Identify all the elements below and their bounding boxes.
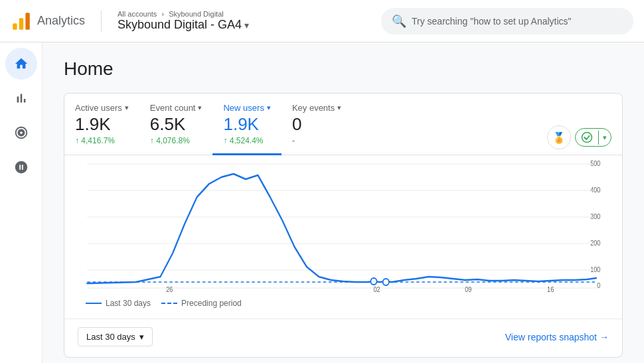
event-count-change: ↑ 4,076.8%: [150, 136, 190, 145]
svg-text:16: 16: [547, 286, 554, 293]
main-layout: Home Active users ▾ 1.9K ↑ 4,416.7%: [0, 42, 644, 363]
sidebar-item-home[interactable]: [5, 48, 37, 80]
svg-rect-1: [19, 18, 23, 30]
svg-rect-0: [13, 23, 17, 30]
check-dropdown-chevron-icon[interactable]: ▾: [598, 131, 611, 145]
logo-area: Analytics: [11, 11, 85, 32]
svg-text:100: 100: [590, 266, 600, 273]
page-title: Home: [64, 58, 623, 80]
account-area: All accounts › Skybound Digital Skybound…: [118, 10, 249, 32]
active-users-chevron-icon: ▾: [125, 104, 129, 112]
legend-last-30-days: Last 30 days: [86, 299, 151, 308]
search-icon: 🔍: [392, 14, 406, 29]
date-range-selector[interactable]: Last 30 days ▾: [78, 327, 153, 346]
check-icon: [576, 129, 598, 146]
svg-point-16: [370, 278, 376, 285]
new-users-value: 1.9K: [223, 114, 259, 135]
svg-text:02: 02: [373, 286, 380, 293]
new-users-chevron-icon: ▾: [267, 104, 271, 112]
tab-new-users[interactable]: New users ▾ 1.9K ↑ 4,524.4%: [212, 94, 281, 155]
legend-solid-line: [86, 303, 102, 304]
account-selector[interactable]: Skybound Digital - GA4 ▾: [118, 18, 249, 32]
svg-point-17: [383, 279, 389, 285]
account-chevron-icon: ▾: [244, 20, 249, 31]
advertising-icon: [14, 160, 29, 175]
search-placeholder: Try searching "how to set up Analytics": [412, 16, 572, 27]
key-events-value: 0: [292, 114, 301, 135]
svg-rect-2: [25, 13, 29, 30]
logo-text: Analytics: [37, 14, 85, 28]
bottom-row: Last 30 days ▾ View reports snapshot →: [64, 319, 622, 357]
checkmark-icon: [581, 131, 593, 143]
svg-text:200: 200: [590, 240, 600, 247]
legend-preceding-period: Preceding period: [161, 299, 242, 308]
active-users-change: ↑ 4,416.7%: [75, 136, 115, 145]
medal-button[interactable]: 🏅: [547, 125, 571, 149]
date-range-chevron-icon: ▾: [139, 332, 144, 342]
svg-point-3: [582, 133, 592, 143]
key-events-chevron-icon: ▾: [337, 104, 341, 112]
svg-text:300: 300: [590, 213, 600, 220]
chart-wrapper: 500 400 300 200 100 0: [75, 161, 611, 293]
content-area: Home Active users ▾ 1.9K ↑ 4,416.7%: [42, 42, 644, 363]
key-events-change: -: [292, 136, 295, 145]
view-reports-button[interactable]: View reports snapshot →: [505, 332, 609, 342]
top-header: Analytics All accounts › Skybound Digita…: [0, 0, 644, 42]
new-users-change: ↑ 4,524.4%: [223, 136, 263, 145]
analytics-logo-icon: [11, 11, 32, 32]
tab-key-events[interactable]: Key events ▾ 0 -: [282, 94, 352, 155]
svg-text:26: 26: [166, 286, 173, 293]
legend-dashed-line: [161, 303, 177, 304]
header-divider: [101, 11, 102, 32]
tab-actions: 🏅 ▾: [536, 125, 622, 155]
explore-icon: [14, 125, 29, 140]
line-chart: 500 400 300 200 100 0: [75, 161, 611, 293]
sidebar: [0, 42, 42, 363]
chart-legend: Last 30 days Preceding period: [75, 299, 611, 308]
search-bar[interactable]: 🔍 Try searching "how to set up Analytics…: [381, 8, 633, 35]
event-count-value: 6.5K: [150, 114, 186, 135]
home-icon: [14, 56, 29, 71]
main-card: Active users ▾ 1.9K ↑ 4,416.7% Event cou…: [64, 93, 623, 358]
check-button-group[interactable]: ▾: [575, 128, 611, 147]
tab-event-count[interactable]: Event count ▾ 6.5K ↑ 4,076.8%: [139, 94, 213, 155]
breadcrumb: All accounts › Skybound Digital: [118, 10, 249, 18]
svg-text:0: 0: [597, 282, 600, 289]
metric-tabs: Active users ▾ 1.9K ↑ 4,416.7% Event cou…: [64, 94, 536, 155]
sidebar-item-advertising[interactable]: [5, 151, 37, 183]
tabs-and-actions: Active users ▾ 1.9K ↑ 4,416.7% Event cou…: [64, 94, 622, 155]
sidebar-item-reports[interactable]: [5, 82, 37, 114]
active-users-value: 1.9K: [75, 114, 111, 135]
chart-container: 500 400 300 200 100 0: [64, 155, 622, 319]
svg-text:09: 09: [465, 286, 471, 293]
svg-text:400: 400: [590, 186, 600, 194]
tab-active-users[interactable]: Active users ▾ 1.9K ↑ 4,416.7%: [64, 94, 139, 155]
reports-icon: [14, 91, 29, 106]
view-reports-arrow-icon: →: [600, 332, 609, 342]
sidebar-item-explore[interactable]: [5, 117, 37, 149]
event-count-chevron-icon: ▾: [198, 104, 202, 112]
